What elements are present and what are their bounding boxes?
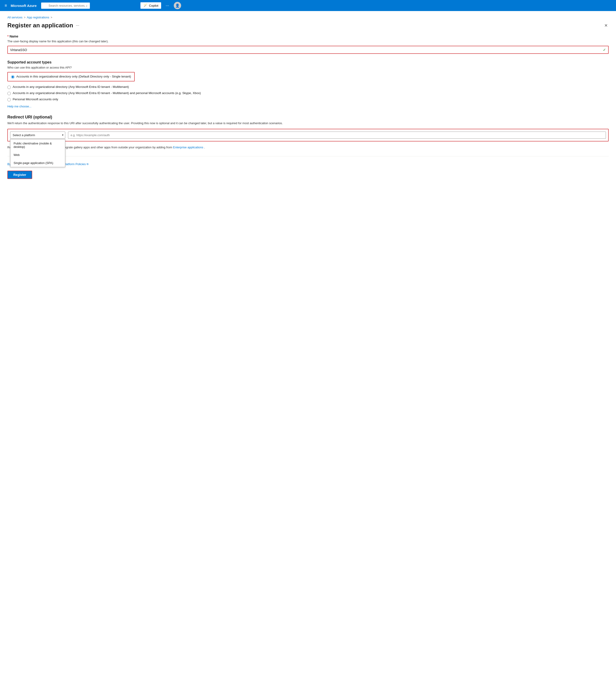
info-text: Register an app you're working on here. … (7, 145, 609, 150)
avatar-icon: 👤 (175, 3, 180, 8)
radio-group-bordered: Accounts in this organizational director… (7, 72, 135, 81)
platform-dropdown-menu: Public client/native (mobile & desktop) … (10, 139, 65, 167)
info-text-suffix: . (204, 146, 205, 149)
platform-select[interactable]: Select a platform Public client/native (… (10, 131, 65, 139)
radio-option-3[interactable]: Accounts in any organizational directory… (7, 91, 609, 95)
close-icon[interactable]: ✕ (603, 22, 609, 29)
footer: By proceeding, you agree to the Microsof… (7, 162, 609, 179)
uri-input[interactable] (68, 131, 606, 139)
register-button[interactable]: Register (7, 171, 32, 179)
dropdown-item-spa[interactable]: Single-page application (SPA) (10, 159, 65, 167)
breadcrumb-app-registrations[interactable]: App registrations (27, 16, 49, 19)
hamburger-menu-icon[interactable]: ≡ (4, 2, 8, 9)
page-menu-dots-icon[interactable]: ··· (76, 23, 79, 28)
redirect-inputs-container: Select a platform Public client/native (… (7, 129, 609, 142)
radio-option-2[interactable]: Accounts in any organizational directory… (7, 85, 609, 89)
account-types-description: Who can use this application or access t… (7, 66, 609, 69)
account-types-title: Supported account types (7, 60, 609, 64)
radio-label-3: Accounts in any organizational directory… (13, 91, 201, 95)
breadcrumb: All services > App registrations > (7, 16, 609, 19)
avatar[interactable]: 👤 (174, 2, 181, 9)
help-me-choose-link[interactable]: Help me choose... (7, 105, 32, 108)
name-label-text: Name (9, 35, 18, 38)
radio-option-1[interactable]: Accounts in this organizational director… (11, 75, 131, 79)
radio-label-2: Accounts in any organizational directory… (13, 85, 129, 88)
name-input[interactable] (10, 48, 603, 52)
redirect-uri-title: Redirect URI (optional) (7, 115, 609, 120)
nav-bar: ≡ Microsoft Azure 🔍 🪄 Copilot ··· 👤 (0, 0, 616, 11)
radio-label-4: Personal Microsoft accounts only (13, 98, 58, 101)
name-label: * Name (7, 35, 609, 38)
breadcrumb-all-services[interactable]: All services (7, 16, 23, 19)
radio-input-2[interactable] (7, 85, 11, 89)
search-wrapper: 🔍 (41, 3, 138, 9)
main-content: All services > App registrations > Regis… (0, 11, 616, 678)
radio-input-3[interactable] (7, 92, 11, 95)
dropdown-item-web[interactable]: Web (10, 151, 65, 159)
account-types-section: Supported account types Who can use this… (7, 60, 609, 108)
dropdown-item-public[interactable]: Public client/native (mobile & desktop) (10, 139, 65, 151)
radio-option-4[interactable]: Personal Microsoft accounts only (7, 98, 609, 102)
app-title: Microsoft Azure (11, 4, 37, 8)
input-check-icon: ✓ (603, 48, 606, 52)
breadcrumb-separator-1: > (24, 16, 26, 19)
page-title: Register an application (7, 22, 73, 29)
redirect-uri-description: We'll return the authentication response… (7, 121, 609, 125)
nav-more-icon[interactable]: ··· (164, 2, 171, 9)
redirect-uri-section: Redirect URI (optional) We'll return the… (7, 115, 609, 150)
radio-input-4[interactable] (7, 98, 11, 102)
page-header: Register an application ··· ✕ (7, 22, 609, 29)
breadcrumb-separator-2: > (50, 16, 52, 19)
required-star: * (7, 35, 8, 38)
copilot-label: Copilot (149, 4, 158, 7)
copilot-button[interactable]: 🪄 Copilot (140, 2, 161, 9)
enterprise-applications-link[interactable]: Enterprise applications (173, 146, 203, 149)
name-description: The user-facing display name for this ap… (7, 40, 609, 43)
platform-select-wrapper: Select a platform Public client/native (… (10, 131, 65, 139)
search-input[interactable] (41, 3, 90, 9)
copilot-icon: 🪄 (143, 3, 148, 8)
name-section: * Name The user-facing display name for … (7, 35, 609, 54)
divider (7, 156, 609, 156)
page-header-left: Register an application ··· (7, 22, 79, 29)
radio-label-1: Accounts in this organizational director… (16, 75, 131, 78)
name-input-wrapper: ✓ (7, 46, 609, 54)
external-link-icon: ⧉ (87, 162, 88, 165)
radio-input-1[interactable] (11, 75, 14, 79)
